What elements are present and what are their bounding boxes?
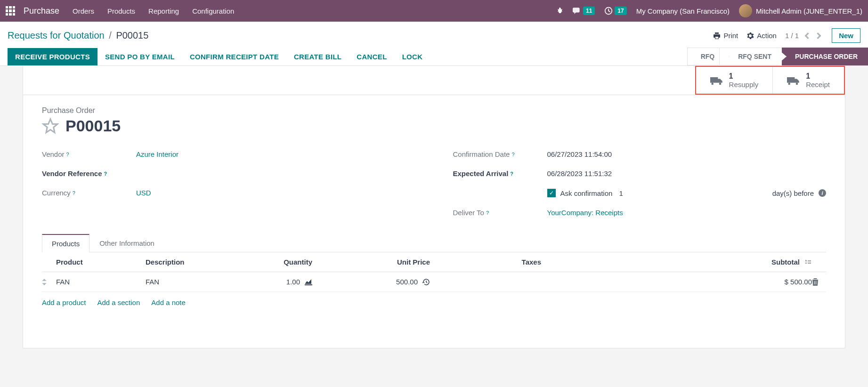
help-icon[interactable]: ? (486, 210, 489, 216)
label-expected: Expected Arrival? (453, 169, 547, 177)
currency-link[interactable]: USD (136, 189, 151, 197)
tab-products[interactable]: Products (42, 234, 89, 252)
new-button[interactable]: New (832, 28, 860, 43)
cell-subtotal: $ 500.00 (785, 278, 812, 286)
truck-icon (787, 76, 800, 85)
control-panel: Requests for Quotation / P00015 Print Ac… (0, 22, 868, 66)
col-taxes: Taxes (438, 258, 541, 266)
stat-resupply[interactable]: 1 Resupply (696, 67, 773, 94)
svg-point-1 (805, 260, 806, 261)
label-vendor: Vendor? (42, 150, 136, 158)
help-icon[interactable]: ? (510, 171, 513, 177)
cell-description[interactable]: FAN (146, 278, 249, 286)
add-note-link[interactable]: Add a note (151, 298, 186, 306)
create-bill-button[interactable]: CREATE BILL (286, 48, 349, 65)
stat-resupply-count: 1 (729, 72, 759, 81)
avatar (739, 4, 752, 17)
print-icon (713, 32, 721, 40)
nav-orders[interactable]: Orders (73, 7, 94, 15)
label-confirm-date: Confirmation Date? (453, 150, 547, 158)
col-product: Product (56, 258, 146, 266)
status-rfq[interactable]: RFQ (687, 48, 725, 65)
drag-handle-icon[interactable] (42, 279, 56, 285)
col-quantity: Quantity (249, 258, 320, 266)
breadcrumb-current: P00015 (116, 30, 148, 40)
tabs: Products Other Information (42, 234, 826, 252)
user-name: Mitchell Admin (JUNE_ENTER_1) (756, 7, 862, 15)
breadcrumb: Requests for Quotation / P00015 (8, 30, 148, 41)
messages-badge: 11 (583, 7, 595, 15)
vendor-link[interactable]: Azure Interior (136, 150, 178, 158)
activities-icon[interactable]: 17 (604, 7, 626, 15)
help-icon[interactable]: ? (73, 190, 75, 196)
nav-reporting[interactable]: Reporting (148, 7, 179, 15)
breadcrumb-sep: / (109, 30, 112, 40)
label-vendor-ref: Vendor Reference? (42, 169, 136, 177)
debug-icon[interactable] (556, 7, 563, 15)
pager-value[interactable]: 1 / 1 (785, 32, 799, 40)
tab-other-info[interactable]: Other Information (89, 234, 164, 252)
nav-configuration[interactable]: Configuration (192, 7, 234, 15)
col-subtotal: Subtotal (771, 258, 800, 266)
info-icon[interactable]: i (819, 189, 826, 197)
messages-icon[interactable]: 11 (573, 7, 595, 15)
stat-resupply-label: Resupply (729, 81, 759, 89)
ask-confirm-days[interactable]: 1 (619, 189, 623, 197)
product-table: Product Description Quantity Unit Price … (42, 252, 826, 313)
cell-product[interactable]: FAN (56, 278, 146, 286)
help-icon[interactable]: ? (511, 152, 514, 157)
company-switcher[interactable]: My Company (San Francisco) (636, 7, 730, 15)
ask-confirm-checkbox[interactable]: ✓ (547, 189, 556, 197)
stat-receipt[interactable]: 1 Receipt (772, 67, 844, 94)
deliver-to-link[interactable]: YourCompany: Receipts (547, 209, 623, 217)
truck-icon (710, 76, 723, 85)
add-section-link[interactable]: Add a section (97, 298, 140, 306)
cell-qty[interactable]: 1.00 (286, 278, 300, 286)
gear-icon (746, 32, 754, 40)
activities-badge: 17 (615, 7, 626, 15)
cell-price[interactable]: 500.00 (396, 278, 418, 286)
status-rfq-sent[interactable]: RFQ SENT (725, 48, 782, 65)
receive-products-button[interactable]: RECEIVE PRODUCTS (8, 48, 97, 65)
title-label: Purchase Order (42, 106, 826, 115)
apps-icon[interactable] (6, 6, 15, 16)
top-nav: Purchase Orders Products Reporting Confi… (0, 0, 868, 22)
cancel-button[interactable]: CANCEL (349, 48, 394, 65)
forecast-icon[interactable] (305, 279, 312, 285)
expected-value[interactable]: 06/28/2023 11:51:32 (547, 169, 827, 177)
confirm-date-value: 06/27/2023 11:54:00 (547, 150, 827, 158)
app-brand[interactable]: Purchase (24, 6, 59, 16)
stat-receipt-label: Receipt (806, 81, 830, 89)
pager-next[interactable] (815, 31, 823, 41)
days-before-label: day(s) before (772, 189, 814, 197)
add-product-link[interactable]: Add a product (42, 298, 86, 306)
pager-prev[interactable] (803, 31, 811, 41)
col-unit-price: Unit Price (320, 258, 438, 266)
help-icon[interactable]: ? (66, 152, 69, 157)
confirm-receipt-date-button[interactable]: CONFIRM RECEIPT DATE (182, 48, 286, 65)
delete-row-icon[interactable] (812, 278, 826, 286)
breadcrumb-parent[interactable]: Requests for Quotation (8, 30, 105, 40)
form-sheet: 1 Resupply 1 Receipt Purchase Order (23, 66, 845, 348)
stat-receipt-count: 1 (806, 72, 830, 81)
stat-buttons: 1 Resupply 1 Receipt (23, 66, 845, 95)
nav-products[interactable]: Products (107, 7, 135, 15)
send-po-button[interactable]: SEND PO BY EMAIL (97, 48, 182, 65)
print-button[interactable]: Print (713, 32, 738, 40)
action-buttons: RECEIVE PRODUCTS SEND PO BY EMAIL CONFIR… (0, 48, 430, 65)
col-description: Description (146, 258, 249, 266)
table-row[interactable]: FAN FAN 1.00 500.00 $ 500.00 (42, 272, 826, 292)
history-icon[interactable] (422, 278, 430, 286)
star-icon[interactable] (42, 118, 59, 135)
lock-button[interactable]: LOCK (395, 48, 430, 65)
label-currency: Currency? (42, 189, 136, 197)
help-icon[interactable]: ? (104, 171, 107, 177)
action-button[interactable]: Action (746, 32, 777, 40)
user-menu[interactable]: Mitchell Admin (JUNE_ENTER_1) (739, 4, 862, 17)
ask-confirm-label: Ask confirmation (560, 189, 613, 197)
status-purchase-order[interactable]: PURCHASE ORDER (782, 48, 868, 65)
po-name: P00015 (65, 117, 121, 135)
label-deliver-to: Deliver To? (453, 209, 547, 217)
optional-columns-icon[interactable] (804, 258, 812, 266)
pager: 1 / 1 (785, 31, 823, 41)
